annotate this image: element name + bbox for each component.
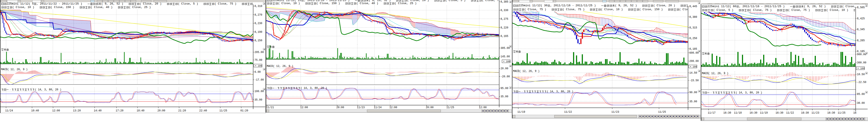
svg-text:( Close, 25 ): ( Close, 25 ) <box>395 2 416 5</box>
svg-text:20:00: 20:00 <box>426 106 434 109</box>
svg-text:( Close, 5 ): ( Close, 5 ) <box>445 0 466 2</box>
svg-text:( 14, 3, 80, 20 ): ( 14, 3, 80, 20 ) <box>547 90 573 93</box>
svg-text:35.00: 35.00 <box>500 95 508 98</box>
svg-text:16:30: 16:30 <box>827 111 835 115</box>
svg-text:12:00: 12:00 <box>479 106 487 109</box>
svg-text:( Close, 5 ): ( Close, 5 ) <box>178 2 198 5</box>
svg-text:( 9, 26, 52 ): ( 9, 26, 52 ) <box>804 5 826 8</box>
svg-text:18:40: 18:40 <box>137 109 145 112</box>
svg-text:-20.00: -20.00 <box>500 75 510 78</box>
svg-text:( 9, 26, 52 ): ( 9, 26, 52 ) <box>101 2 123 5</box>
svg-text:12:00: 12:00 <box>300 106 308 109</box>
svg-text:11/23: 11/23 <box>611 110 619 114</box>
svg-text:20.00: 20.00 <box>500 67 508 70</box>
svg-text:( Close, 25 ): ( Close, 25 ) <box>129 6 151 9</box>
svg-text:100.00: 100.00 <box>254 90 264 93</box>
svg-text:-15.50: -15.50 <box>689 79 699 82</box>
svg-text:8,385: 8,385 <box>500 0 508 3</box>
svg-text:8,310: 8,310 <box>254 5 262 8</box>
svg-text:225mini 11/12( 5: 225mini 11/12( 5 <box>7 2 34 5</box>
svg-text:( Close, 75 ): ( Close, 75 ) <box>788 8 810 12</box>
svg-text:205.00: 205.00 <box>254 51 264 54</box>
svg-text:35.00: 35.00 <box>254 98 262 101</box>
svg-text:16:30: 16:30 <box>776 111 783 115</box>
svg-text:8,505: 8,505 <box>857 6 865 9</box>
svg-text:90.00: 90.00 <box>689 91 697 94</box>
svg-text:17:20: 17:20 <box>116 109 123 112</box>
svg-text:-17.00: -17.00 <box>254 78 264 81</box>
svg-text:8,345: 8,345 <box>857 28 865 31</box>
svg-text:145.00: 145.00 <box>500 55 510 58</box>
svg-text:8,250: 8,250 <box>689 37 697 40</box>
svg-text:× 100: × 100 <box>858 67 865 70</box>
svg-text:( Close, 10 ): ( Close, 10 ) <box>12 6 34 9</box>
svg-text:× 100: × 100 <box>255 65 262 67</box>
svg-text:, 2011/11/16 - 2011/11/25 ): , 2011/11/16 - 2011/11/25 ) <box>550 4 596 7</box>
svg-text:35.00: 35.00 <box>689 100 697 103</box>
svg-text:11/24: 11/24 <box>374 106 381 109</box>
svg-text:( Close, 75 ): ( Close, 75 ) <box>750 8 772 12</box>
svg-text:8,265: 8,265 <box>857 39 865 42</box>
svg-text:75.00: 75.00 <box>254 59 262 62</box>
svg-text:21:20: 21:20 <box>178 109 186 112</box>
svg-text:MACD( 12, 26, 9 ): MACD( 12, 26, 9 ) <box>513 70 539 73</box>
svg-text:16:30: 16:30 <box>723 111 731 115</box>
svg-text:11/25: 11/25 <box>838 111 845 115</box>
svg-text:( Close, 75 ): ( Close, 75 ) <box>214 2 236 5</box>
svg-text:20:00: 20:00 <box>157 109 165 112</box>
svg-text:( Close, 10 ): ( Close, 10 ) <box>278 2 300 5</box>
svg-text:MACD( 12, 26, 9 ): MACD( 12, 26, 9 ) <box>702 72 728 75</box>
svg-text:, 2011/11/16 - 2011/11/25 ): , 2011/11/16 - 2011/11/25 ) <box>739 5 785 8</box>
svg-text:, 2011/11/22 - 2011/11/25 ): , 2011/11/22 - 2011/11/25 ) <box>37 2 82 5</box>
svg-text:11/18: 11/18 <box>734 111 742 115</box>
svg-text:225mini 11/12( 60: 225mini 11/12( 60 <box>708 5 736 8</box>
svg-text:( Close, 150 ): ( Close, 150 ) <box>316 2 340 5</box>
svg-text:200.00: 200.00 <box>689 60 699 63</box>
svg-text:900.00: 900.00 <box>857 53 866 56</box>
svg-text:11/22: 11/22 <box>564 110 572 114</box>
svg-text:11/25: 11/25 <box>658 110 666 114</box>
svg-text:11/25: 11/25 <box>219 109 227 112</box>
svg-text:( 14, 3, 80, 20 ): ( 14, 3, 80, 20 ) <box>301 87 327 90</box>
svg-text:16:30: 16:30 <box>801 111 809 115</box>
svg-text:13:20: 13:20 <box>73 109 81 112</box>
svg-text:14:40: 14:40 <box>94 109 101 112</box>
svg-text:85.00: 85.00 <box>857 93 865 96</box>
svg-text:8,380: 8,380 <box>689 16 697 19</box>
svg-text:16:30: 16:30 <box>749 111 757 115</box>
svg-text:( 14, 3, 80, 20 ): ( 14, 3, 80, 20 ) <box>35 88 61 91</box>
svg-text:11/22: 11/22 <box>786 111 794 115</box>
svg-text:10.50: 10.50 <box>857 73 865 76</box>
svg-text:( Close, 150 ): ( Close, 150 ) <box>639 8 663 11</box>
svg-text:( Close, 40 ): ( Close, 40 ) <box>356 2 378 5</box>
svg-text:( Close, 10 ): ( Close, 10 ) <box>827 8 848 12</box>
svg-text:300.00: 300.00 <box>857 61 866 64</box>
svg-text:8,190: 8,190 <box>254 31 262 34</box>
svg-text:11/24: 11/24 <box>5 109 13 112</box>
svg-text:8,185: 8,185 <box>857 50 865 53</box>
svg-text:( Close, 10 ): ( Close, 10 ) <box>601 8 623 11</box>
svg-text:× 100: × 100 <box>690 66 697 68</box>
svg-text:11/23: 11/23 <box>357 106 365 109</box>
svg-text:11/21: 11/21 <box>266 106 274 109</box>
svg-text:( 9, 26, 52 ): ( 9, 26, 52 ) <box>615 4 637 7</box>
svg-text:( Close, 40 ): ( Close, 40 ) <box>91 6 113 9</box>
svg-text:8,425: 8,425 <box>857 17 865 20</box>
svg-text:MACD( 12, 26, 9 ): MACD( 12, 26, 9 ) <box>267 65 293 68</box>
svg-text:MACD( 12, 26, 9 ): MACD( 12, 26, 9 ) <box>1 68 28 71</box>
svg-text:8,275: 8,275 <box>500 18 508 21</box>
svg-text:8,185: 8,185 <box>689 48 697 51</box>
svg-text:8,165: 8,165 <box>500 35 508 38</box>
svg-text:30.00: 30.00 <box>857 102 865 105</box>
svg-text:( Close, 5 ): ( Close, 5 ) <box>713 8 734 12</box>
svg-text:01:20: 01:20 <box>240 109 248 112</box>
svg-text:12:00: 12:00 <box>52 109 60 112</box>
svg-text:14.50: 14.50 <box>689 72 697 75</box>
svg-text:385.00: 385.00 <box>500 47 510 50</box>
svg-text:10:40: 10:40 <box>31 109 39 112</box>
svg-text:11/25: 11/25 <box>446 106 454 109</box>
svg-text:8,445: 8,445 <box>689 5 697 8</box>
svg-text:8,270: 8,270 <box>254 14 262 17</box>
svg-text:( Close, 150 ): ( Close, 150 ) <box>51 6 74 9</box>
svg-text:6.00: 6.00 <box>254 71 261 74</box>
